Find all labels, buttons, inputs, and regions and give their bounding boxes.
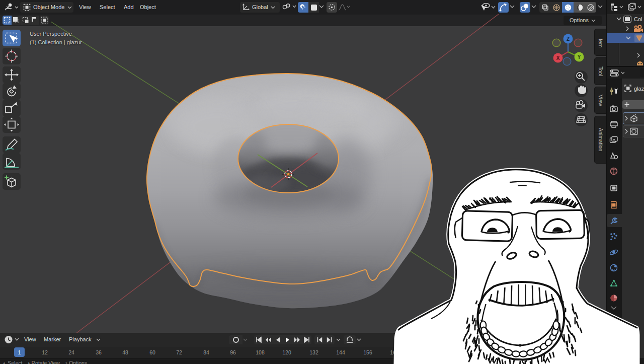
svg-text:Z: Z bbox=[567, 36, 570, 42]
svg-text:Y: Y bbox=[578, 54, 581, 60]
svg-text:Col: Col bbox=[634, 16, 642, 22]
svg-text:glaz: glaz bbox=[634, 86, 644, 92]
svg-text:X: X bbox=[556, 55, 560, 61]
